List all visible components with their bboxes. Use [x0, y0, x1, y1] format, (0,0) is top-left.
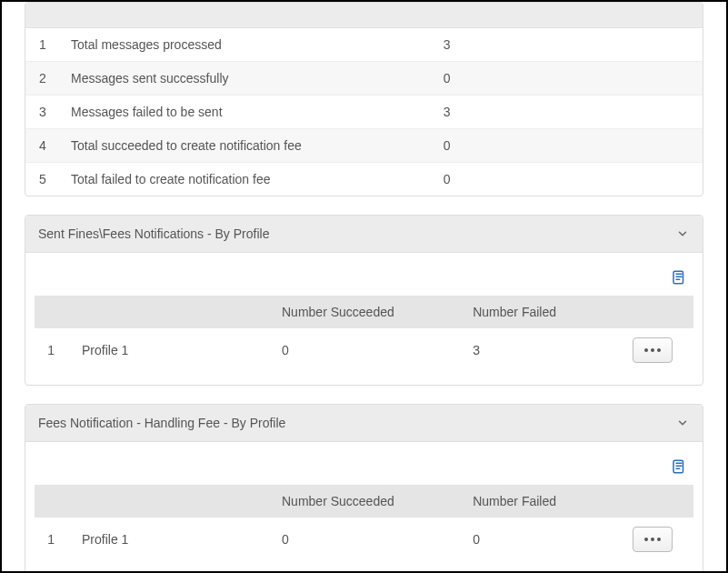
profile-table-header-row: Number Succeeded Number Failed: [35, 296, 693, 328]
row-index: 1: [35, 518, 71, 561]
summary-row-index: 5: [25, 163, 60, 196]
col-name: [71, 485, 271, 518]
summary-row-value: 0: [433, 62, 703, 96]
panel-title: Fees Notification - Handling Fee - By Pr…: [38, 416, 285, 430]
col-index: [35, 296, 71, 328]
summary-row-label: Total succeeded to create notification f…: [60, 129, 433, 163]
col-succeeded: Number Succeeded: [271, 296, 462, 328]
export-icon[interactable]: [668, 267, 690, 290]
summary-card: 1 Total messages processed 3 2 Messages …: [25, 2, 703, 196]
col-failed: Number Failed: [462, 485, 612, 518]
summary-row: 5 Total failed to create notification fe…: [25, 163, 703, 196]
profile-panel: Fees Notification - Handling Fee - By Pr…: [25, 404, 703, 573]
summary-row: 3 Messages failed to be sent 3: [25, 96, 703, 129]
summary-table: 1 Total messages processed 3 2 Messages …: [25, 28, 703, 196]
col-failed: Number Failed: [462, 296, 612, 328]
panel-title: Sent Fines\Fees Notifications - By Profi…: [38, 226, 269, 241]
summary-row-label: Messages failed to be sent: [60, 96, 433, 129]
col-actions: [612, 296, 693, 328]
col-index: [35, 485, 71, 518]
row-profile-name: Profile 1: [71, 328, 271, 372]
row-profile-name: Profile 1: [71, 518, 271, 561]
summary-row-index: 1: [25, 28, 60, 62]
summary-row-index: 3: [25, 96, 60, 129]
row-index: 1: [35, 328, 71, 372]
row-actions: [612, 518, 693, 561]
chevron-down-icon[interactable]: [675, 226, 690, 241]
panel-body: Number Succeeded Number Failed 1 Profile…: [25, 442, 703, 573]
row-more-button[interactable]: [633, 527, 673, 552]
summary-row-index: 2: [25, 62, 60, 96]
export-icon[interactable]: [668, 457, 690, 479]
row-more-button[interactable]: [633, 337, 673, 363]
summary-row-label: Total failed to create notification fee: [60, 163, 433, 196]
profile-panel: Sent Fines\Fees Notifications - By Profi…: [25, 215, 703, 386]
table-row: 1 Profile 1 0 0: [35, 518, 693, 561]
summary-row-value: 0: [433, 163, 703, 196]
summary-row-value: 3: [433, 28, 703, 62]
row-succeeded: 0: [271, 518, 462, 561]
col-actions: [612, 485, 693, 518]
chevron-down-icon[interactable]: [675, 416, 690, 430]
profile-table: Number Succeeded Number Failed 1 Profile…: [35, 296, 693, 372]
summary-row-value: 0: [433, 129, 703, 163]
profile-table: Number Succeeded Number Failed 1 Profile…: [35, 485, 693, 561]
summary-row: 1 Total messages processed 3: [25, 28, 703, 62]
row-succeeded: 0: [271, 328, 462, 372]
panel-toolbar: [35, 449, 693, 485]
summary-row-value: 3: [433, 96, 703, 129]
row-failed: 3: [462, 328, 612, 372]
summary-row-label: Total messages processed: [60, 28, 433, 62]
table-row: 1 Profile 1 0 3: [35, 328, 693, 372]
panel-toolbar: [35, 260, 693, 296]
profile-table-header-row: Number Succeeded Number Failed: [35, 485, 693, 518]
panel-header[interactable]: Fees Notification - Handling Fee - By Pr…: [25, 405, 703, 442]
panel-header[interactable]: Sent Fines\Fees Notifications - By Profi…: [25, 216, 703, 253]
summary-row: 2 Messages sent successfully 0: [25, 62, 703, 96]
row-failed: 0: [462, 518, 612, 561]
row-actions: [612, 328, 693, 372]
summary-card-header: [25, 3, 703, 28]
col-succeeded: Number Succeeded: [271, 485, 462, 518]
summary-row-index: 4: [25, 129, 60, 163]
summary-row-label: Messages sent successfully: [60, 62, 433, 96]
panel-body: Number Succeeded Number Failed 1 Profile…: [25, 253, 703, 385]
col-name: [71, 296, 271, 328]
summary-row: 4 Total succeeded to create notification…: [25, 129, 703, 163]
summary-card-body: 1 Total messages processed 3 2 Messages …: [25, 28, 703, 196]
